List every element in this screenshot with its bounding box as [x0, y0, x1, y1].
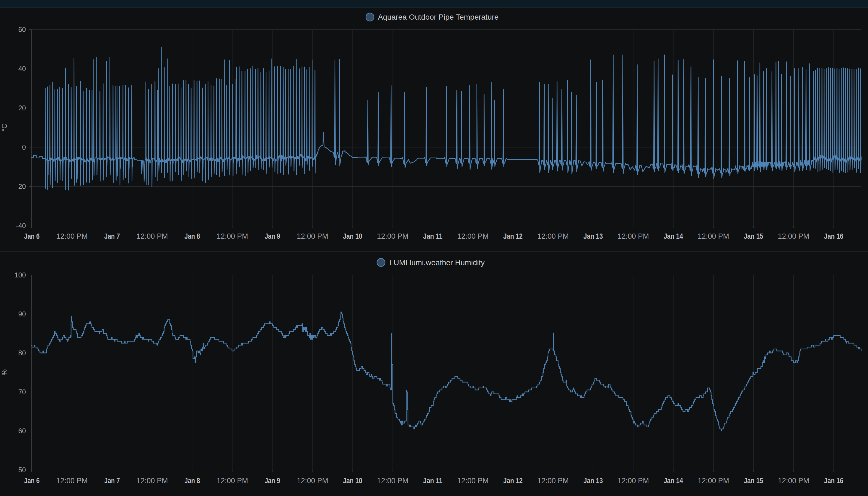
svg-text:12:00 PM: 12:00 PM: [778, 477, 809, 485]
svg-text:12:00 PM: 12:00 PM: [137, 232, 168, 241]
svg-text:Jan 12: Jan 12: [503, 477, 523, 485]
svg-text:Jan 9: Jan 9: [265, 232, 280, 241]
svg-text:Jan 8: Jan 8: [185, 477, 200, 485]
svg-text:°C: °C: [1, 124, 8, 131]
svg-text:%: %: [0, 369, 8, 375]
svg-text:12:00 PM: 12:00 PM: [137, 477, 168, 485]
svg-text:Jan 6: Jan 6: [24, 477, 40, 485]
svg-text:Jan 10: Jan 10: [343, 477, 362, 485]
svg-text:LUMI lumi.weather Humidity: LUMI lumi.weather Humidity: [389, 258, 485, 267]
svg-text:12:00 PM: 12:00 PM: [537, 477, 569, 485]
svg-text:60: 60: [18, 26, 26, 33]
svg-text:0: 0: [22, 143, 26, 151]
svg-text:60: 60: [18, 427, 26, 435]
svg-text:12:00 PM: 12:00 PM: [297, 477, 328, 485]
svg-text:100: 100: [14, 271, 26, 279]
svg-text:70: 70: [18, 388, 26, 396]
svg-text:Jan 6: Jan 6: [24, 232, 40, 241]
svg-text:12:00 PM: 12:00 PM: [698, 477, 729, 485]
svg-text:Aquarea Outdoor Pipe Temperatu: Aquarea Outdoor Pipe Temperature: [378, 13, 499, 21]
svg-text:12:00 PM: 12:00 PM: [617, 477, 649, 485]
svg-text:Jan 8: Jan 8: [185, 232, 200, 241]
svg-text:40: 40: [18, 65, 26, 73]
svg-text:90: 90: [18, 310, 26, 318]
svg-text:Jan 15: Jan 15: [744, 477, 763, 485]
svg-text:Jan 7: Jan 7: [104, 232, 120, 241]
svg-text:Jan 7: Jan 7: [104, 477, 120, 485]
svg-text:80: 80: [18, 349, 26, 357]
svg-text:12:00 PM: 12:00 PM: [56, 232, 88, 241]
svg-text:Jan 12: Jan 12: [503, 232, 523, 241]
svg-text:12:00 PM: 12:00 PM: [56, 477, 88, 485]
svg-text:Jan 9: Jan 9: [265, 477, 280, 485]
svg-text:12:00 PM: 12:00 PM: [217, 477, 248, 485]
svg-text:12:00 PM: 12:00 PM: [457, 477, 489, 485]
svg-text:12:00 PM: 12:00 PM: [217, 232, 248, 241]
svg-text:Jan 16: Jan 16: [824, 477, 843, 485]
svg-text:Jan 15: Jan 15: [744, 232, 763, 241]
svg-text:Jan 16: Jan 16: [824, 232, 843, 241]
svg-text:12:00 PM: 12:00 PM: [778, 232, 809, 241]
svg-text:Jan 11: Jan 11: [423, 232, 442, 241]
svg-text:12:00 PM: 12:00 PM: [457, 232, 489, 241]
svg-text:Jan 10: Jan 10: [343, 232, 362, 241]
svg-text:Jan 13: Jan 13: [584, 477, 603, 485]
svg-text:12:00 PM: 12:00 PM: [537, 232, 569, 241]
svg-text:12:00 PM: 12:00 PM: [377, 232, 409, 241]
svg-text:12:00 PM: 12:00 PM: [698, 232, 729, 241]
svg-text:50: 50: [18, 466, 26, 474]
svg-text:12:00 PM: 12:00 PM: [297, 232, 328, 241]
svg-text:Jan 14: Jan 14: [664, 477, 683, 485]
svg-text:12:00 PM: 12:00 PM: [617, 232, 649, 241]
svg-text:-20: -20: [16, 183, 26, 190]
svg-text:-40: -40: [16, 222, 26, 230]
svg-text:Jan 13: Jan 13: [584, 232, 603, 241]
svg-text:12:00 PM: 12:00 PM: [377, 477, 409, 485]
svg-text:20: 20: [18, 104, 26, 112]
svg-text:Jan 11: Jan 11: [423, 477, 442, 485]
svg-text:Jan 14: Jan 14: [664, 232, 683, 241]
